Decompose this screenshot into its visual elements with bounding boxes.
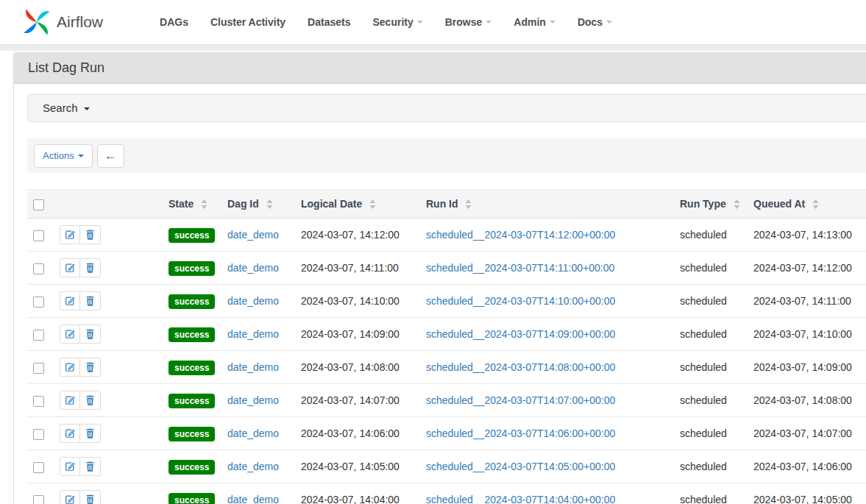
- dag-id-link[interactable]: date_demo: [227, 494, 279, 504]
- dag-id-link[interactable]: date_demo: [227, 394, 279, 406]
- dag-id-link[interactable]: date_demo: [227, 295, 279, 307]
- delete-record-button[interactable]: [80, 457, 101, 476]
- delete-record-button[interactable]: [80, 391, 101, 410]
- row-checkbox[interactable]: [33, 297, 44, 308]
- row-checkbox[interactable]: [33, 462, 44, 473]
- run-id-link[interactable]: scheduled__2024-03-07T14:09:00+00:00: [426, 328, 615, 340]
- edit-record-button[interactable]: [60, 324, 80, 344]
- run-type-cell: scheduled: [674, 285, 748, 318]
- delete-record-button[interactable]: [80, 324, 101, 344]
- nav-item-dags[interactable]: DAGs: [149, 0, 199, 44]
- edit-record-button[interactable]: [60, 490, 80, 504]
- navbar: Airflow DAGs Cluster Activity Datasets S…: [0, 0, 866, 44]
- edit-record-button[interactable]: [60, 291, 80, 310]
- status-badge: success: [168, 394, 215, 408]
- edit-record-button[interactable]: [60, 424, 80, 443]
- logical-date-cell: 2024-03-07, 14:11:00: [295, 252, 420, 285]
- sort-icon: [812, 199, 819, 209]
- run-id-link[interactable]: scheduled__2024-03-07T14:08:00+00:00: [426, 361, 615, 373]
- chevron-down-icon: [606, 21, 612, 24]
- run-id-cell: scheduled__2024-03-07T14:11:00+00:00: [420, 252, 674, 285]
- row-checkbox[interactable]: [33, 429, 44, 440]
- run-id-link[interactable]: scheduled__2024-03-07T14:11:00+00:00: [426, 262, 614, 274]
- row-select-cell: [27, 450, 54, 483]
- dag-id-link[interactable]: date_demo: [227, 427, 279, 439]
- run-id-cell: scheduled__2024-03-07T14:10:00+00:00: [420, 285, 674, 318]
- row-select-cell: [27, 285, 54, 318]
- chevron-down-icon: [550, 21, 556, 24]
- delete-record-button[interactable]: [80, 358, 101, 377]
- run-id-link[interactable]: scheduled__2024-03-07T14:04:00+00:00: [426, 494, 615, 504]
- dag-id-link[interactable]: date_demo: [227, 229, 279, 241]
- row-actions-cell: [54, 351, 163, 384]
- dag-id-link[interactable]: date_demo: [227, 262, 279, 274]
- column-header-run-id[interactable]: Run Id: [420, 190, 674, 219]
- run-id-link[interactable]: scheduled__2024-03-07T14:10:00+00:00: [426, 295, 615, 307]
- status-badge: success: [168, 228, 215, 243]
- edit-record-button[interactable]: [60, 457, 80, 476]
- queued-at-cell: 2024-03-07, 14:08:00: [748, 384, 866, 417]
- nav-item-docs[interactable]: Docs: [567, 0, 623, 44]
- trash-icon: [85, 263, 95, 273]
- trash-icon: [85, 230, 95, 240]
- row-checkbox[interactable]: [33, 330, 44, 341]
- dag-id-link[interactable]: date_demo: [227, 461, 279, 472]
- table-row: success date_demo 2024-03-07, 14:05:00 s…: [27, 450, 866, 483]
- state-cell: success: [163, 417, 221, 450]
- delete-record-button[interactable]: [80, 424, 101, 443]
- nav-item-cluster-activity[interactable]: Cluster Activity: [199, 0, 297, 44]
- delete-record-button[interactable]: [80, 291, 101, 310]
- edit-record-button[interactable]: [60, 391, 80, 410]
- status-badge: success: [168, 460, 215, 475]
- edit-record-button[interactable]: [60, 358, 80, 377]
- state-cell: success: [163, 318, 221, 351]
- row-select-cell: [27, 417, 54, 450]
- run-id-link[interactable]: scheduled__2024-03-07T14:06:00+00:00: [426, 427, 615, 439]
- delete-record-button[interactable]: [80, 225, 101, 244]
- column-header-state[interactable]: State: [163, 190, 221, 219]
- select-all-header: [27, 190, 54, 219]
- run-id-link[interactable]: scheduled__2024-03-07T14:05:00+00:00: [426, 461, 615, 472]
- nav-item-security[interactable]: Security: [361, 0, 433, 44]
- dag-id-link[interactable]: date_demo: [227, 328, 279, 340]
- airflow-brand[interactable]: Airflow: [22, 7, 103, 37]
- actions-column-header: [54, 190, 163, 219]
- row-checkbox[interactable]: [33, 495, 44, 504]
- row-checkbox[interactable]: [33, 396, 44, 407]
- run-id-link[interactable]: scheduled__2024-03-07T14:12:00+00:00: [426, 229, 615, 241]
- row-checkbox[interactable]: [33, 263, 44, 274]
- queued-at-cell: 2024-03-07, 14:07:00: [748, 417, 866, 450]
- table-row: success date_demo 2024-03-07, 14:11:00 s…: [27, 252, 866, 285]
- actions-button[interactable]: Actions: [34, 144, 93, 168]
- state-cell: success: [163, 219, 221, 252]
- column-header-queued-at[interactable]: Queued At: [748, 190, 866, 219]
- row-checkbox[interactable]: [33, 363, 44, 374]
- queued-at-cell: 2024-03-07, 14:12:00: [748, 252, 866, 285]
- search-dropdown[interactable]: Search: [27, 94, 866, 122]
- edit-pencil-icon: [65, 296, 75, 306]
- run-id-link[interactable]: scheduled__2024-03-07T14:07:00+00:00: [426, 394, 615, 406]
- trash-icon: [85, 461, 95, 472]
- nav-item-label: Security: [372, 0, 413, 44]
- queued-at-cell: 2024-03-07, 14:13:00: [748, 219, 866, 252]
- row-checkbox[interactable]: [33, 230, 44, 241]
- trash-icon: [85, 395, 95, 405]
- nav-item-datasets[interactable]: Datasets: [297, 0, 361, 44]
- dag-id-link[interactable]: date_demo: [227, 361, 279, 373]
- row-actions-cell: [54, 252, 163, 285]
- logical-date-cell: 2024-03-07, 14:06:00: [295, 417, 420, 450]
- back-button[interactable]: ←: [97, 144, 124, 168]
- delete-record-button[interactable]: [80, 258, 101, 277]
- delete-record-button[interactable]: [80, 490, 101, 504]
- column-header-dag-id[interactable]: Dag Id: [221, 190, 295, 219]
- dag-id-cell: date_demo: [221, 285, 295, 318]
- edit-record-button[interactable]: [60, 225, 80, 244]
- edit-record-button[interactable]: [60, 258, 80, 277]
- nav-item-browse[interactable]: Browse: [434, 0, 503, 44]
- column-header-logical-date[interactable]: Logical Date: [295, 190, 420, 219]
- nav-item-admin[interactable]: Admin: [503, 0, 567, 44]
- column-header-run-type[interactable]: Run Type: [674, 190, 748, 219]
- select-all-checkbox[interactable]: [33, 199, 44, 210]
- status-badge: success: [168, 294, 215, 309]
- row-select-cell: [27, 351, 54, 384]
